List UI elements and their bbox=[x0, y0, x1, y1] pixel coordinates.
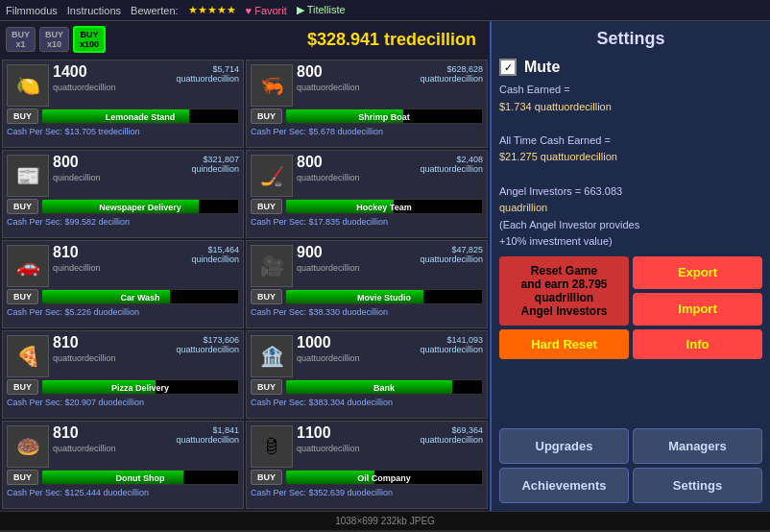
progress-bar-donut: Donut Shop$735.029 undecillion bbox=[41, 470, 239, 485]
business-card-movie: 🎥 900 $47,825quattuordecillion quattuord… bbox=[246, 240, 488, 328]
biz-buy-btn-lemonade[interactable]: BUY bbox=[7, 109, 38, 124]
cash-per-sec-movie: Cash Per Sec: $38.330 duodecillion bbox=[251, 307, 483, 317]
business-name-pizza: quattuordecillion bbox=[53, 354, 239, 364]
business-cost-movie: $47,825quattuordecillion bbox=[420, 245, 483, 264]
progress-bar-bank: Bank$574.956 duodecillion bbox=[285, 379, 483, 395]
business-count-oil: 1100 bbox=[297, 425, 331, 441]
cash-per-sec-pizza: Cash Per Sec: $20.907 duodecillion bbox=[7, 398, 239, 407]
hard-reset-button[interactable]: Hard Reset bbox=[499, 329, 629, 359]
mute-checkbox[interactable]: ✓ bbox=[499, 59, 517, 76]
export-button[interactable]: Export bbox=[633, 256, 762, 289]
business-cost-newspaper: $321,807quindecillion bbox=[191, 155, 239, 174]
titelliste-link[interactable]: ▶ Titelliste bbox=[297, 4, 346, 16]
favorit-link[interactable]: ♥ Favorit bbox=[246, 5, 287, 16]
progress-text-oil: Oil Company$3.173 tredecillion bbox=[286, 471, 482, 485]
business-top: 📰 800 $321,807quindecillion quindecillio… bbox=[7, 155, 239, 197]
achievements-button[interactable]: Achievements bbox=[499, 468, 629, 503]
progress-bar-hockey: Hockey Team$1.597 duodecillion bbox=[285, 199, 483, 214]
cash-earned-value: $1.734 quattuordecillion bbox=[499, 99, 762, 116]
business-count-donut: 810 bbox=[53, 425, 79, 441]
business-name-hockey: quattuordecillion bbox=[297, 174, 483, 183]
stats-section: Cash Earned = $1.734 quattuordecillion A… bbox=[499, 82, 762, 251]
business-top: 🏒 800 $2,408quattuordecillion quattuorde… bbox=[251, 155, 483, 197]
business-card-hockey: 🏒 800 $2,408quattuordecillion quattuorde… bbox=[246, 150, 488, 238]
progress-bar-pizza: Pizza Delivery$61.252 undecillion bbox=[41, 379, 239, 395]
reset-game-button[interactable]: Reset Game and earn 28.795 quadrillion A… bbox=[499, 256, 629, 326]
cash-earned-label: Cash Earned = bbox=[499, 82, 762, 99]
business-info-carwash: 810 $15,464quindecillion quindecillion bbox=[53, 245, 239, 274]
business-card-donut: 🍩 810 $1,841quattuordecillion quattuorde… bbox=[2, 421, 244, 509]
buy-x100-button[interactable]: BUY x100 bbox=[73, 26, 106, 53]
cash-per-sec-shrimp: Cash Per Sec: $5.678 duodecillion bbox=[251, 127, 483, 136]
business-name-shrimp: quattuordecillion bbox=[297, 84, 483, 93]
business-top: 🛢 1100 $69,364quattuordecillion quattuor… bbox=[251, 425, 483, 468]
biz-buy-btn-movie[interactable]: BUY bbox=[251, 289, 282, 304]
settings-nav-button[interactable]: Settings bbox=[633, 468, 762, 503]
business-name-carwash: quindecillion bbox=[53, 264, 239, 274]
bottom-buttons: Upgrades Managers Achievements Settings bbox=[499, 428, 762, 503]
total-money: $328.941 tredecillion bbox=[109, 30, 484, 50]
biz-buy-btn-hockey[interactable]: BUY bbox=[251, 199, 282, 214]
top-bar: Filmmodus Instructions Bewerten: ★★★★★ ♥… bbox=[0, 0, 770, 21]
biz-buy-btn-newspaper[interactable]: BUY bbox=[7, 199, 38, 214]
main-content: BUY x1 BUY x10 BUY x100 $328.941 tredeci… bbox=[0, 21, 770, 511]
angel-investors-label: Angel Investors = 663.083 bbox=[499, 183, 762, 201]
settings-title: Settings bbox=[499, 29, 762, 49]
business-icon-shrimp: 🦐 bbox=[251, 64, 293, 107]
status-text: 1038×699 232kb JPEG bbox=[335, 516, 435, 526]
business-top: 🍋 1400 $5,714quattuordecillion quattuord… bbox=[7, 64, 239, 107]
business-info-shrimp: 800 $628,628quattuordecillion quattuorde… bbox=[297, 64, 483, 93]
business-actions-newspaper: BUY Newspaper Delivery$72.936 nonillion bbox=[7, 199, 239, 214]
business-name-newspaper: quindecillion bbox=[53, 174, 239, 183]
progress-text-hockey: Hockey Team$1.597 duodecillion bbox=[286, 200, 482, 214]
business-cost-shrimp: $628,628quattuordecillion bbox=[420, 64, 483, 84]
business-name-donut: quattuordecillion bbox=[53, 445, 239, 454]
business-top: 🍕 810 $173,606quattuordecillion quattuor… bbox=[7, 335, 239, 377]
upgrades-button[interactable]: Upgrades bbox=[499, 428, 629, 464]
import-button[interactable]: Import bbox=[633, 293, 762, 326]
progress-text-movie: Movie Studio$14.373 duodecillion bbox=[286, 290, 482, 304]
left-panel: BUY x1 BUY x10 BUY x100 $328.941 tredeci… bbox=[0, 21, 490, 511]
business-card-lemonade: 🍋 1400 $5,714quattuordecillion quattuord… bbox=[2, 60, 244, 148]
business-count-newspaper: 800 bbox=[53, 155, 79, 170]
status-bar: 1038×699 232kb JPEG bbox=[0, 511, 770, 530]
biz-buy-btn-shrimp[interactable]: BUY bbox=[251, 109, 282, 124]
biz-buy-btn-bank[interactable]: BUY bbox=[251, 379, 282, 395]
business-actions-bank: BUY Bank$574.956 duodecillion bbox=[251, 379, 483, 395]
business-icon-movie: 🎥 bbox=[251, 245, 293, 287]
business-top: 🍩 810 $1,841quattuordecillion quattuorde… bbox=[7, 425, 239, 468]
cash-per-sec-hockey: Cash Per Sec: $17.835 duodecillion bbox=[251, 217, 483, 227]
amount-selector: BUY x1 BUY x10 BUY x100 $328.941 tredeci… bbox=[0, 21, 490, 58]
biz-buy-btn-carwash[interactable]: BUY bbox=[7, 289, 38, 304]
bewerten-label: Bewerten: bbox=[131, 5, 179, 16]
business-top: 🚗 810 $15,464quindecillion quindecillion bbox=[7, 245, 239, 287]
business-count-lemonade: 1400 bbox=[53, 64, 87, 80]
biz-buy-btn-pizza[interactable]: BUY bbox=[7, 379, 38, 395]
business-top: 🎥 900 $47,825quattuordecillion quattuord… bbox=[251, 245, 483, 287]
mute-label: Mute bbox=[524, 59, 560, 76]
business-count-pizza: 810 bbox=[53, 335, 79, 351]
film-mode[interactable]: Filmmodus bbox=[6, 5, 58, 16]
right-panel: Settings ✓ Mute Cash Earned = $1.734 qua… bbox=[490, 21, 770, 511]
business-card-shrimp: 🦐 800 $628,628quattuordecillion quattuor… bbox=[246, 60, 488, 148]
cash-per-sec-carwash: Cash Per Sec: $5.226 duodecillion bbox=[7, 307, 239, 317]
info-button[interactable]: Info bbox=[633, 329, 762, 359]
star-rating[interactable]: ★★★★★ bbox=[188, 4, 236, 16]
business-actions-oil: BUY Oil Company$3.173 tredecillion bbox=[251, 470, 483, 485]
business-count-movie: 900 bbox=[297, 245, 323, 260]
action-area: Reset Game and earn 28.795 quadrillion A… bbox=[499, 256, 762, 359]
business-icon-bank: 🏦 bbox=[251, 335, 293, 377]
angel-note2: +10% investment value) bbox=[499, 233, 762, 251]
instructions-link[interactable]: Instructions bbox=[67, 5, 121, 16]
buy-x1-button[interactable]: BUY x1 bbox=[6, 27, 36, 52]
business-card-carwash: 🚗 810 $15,464quindecillion quindecillion… bbox=[2, 240, 244, 328]
managers-button[interactable]: Managers bbox=[633, 428, 762, 464]
buy-x10-button[interactable]: BUY x10 bbox=[39, 27, 69, 52]
biz-buy-btn-oil[interactable]: BUY bbox=[251, 470, 282, 485]
biz-buy-btn-donut[interactable]: BUY bbox=[7, 470, 38, 485]
business-info-donut: 810 $1,841quattuordecillion quattuordeci… bbox=[53, 425, 239, 454]
business-info-lemonade: 1400 $5,714quattuordecillion quattuordec… bbox=[53, 64, 239, 93]
business-icon-carwash: 🚗 bbox=[7, 245, 49, 287]
business-count-bank: 1000 bbox=[297, 335, 331, 351]
progress-text-carwash: Car Wash$7.656 undecillion bbox=[42, 290, 238, 304]
